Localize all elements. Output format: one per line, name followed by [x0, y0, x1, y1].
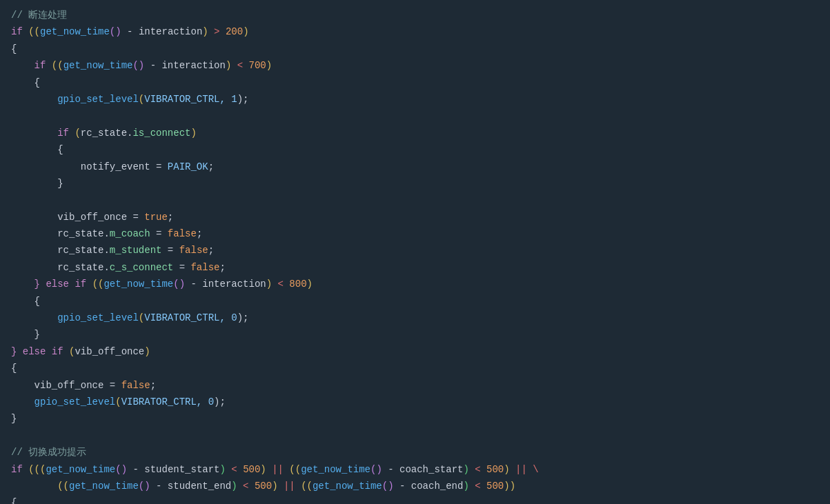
code-token: if: [11, 125, 75, 141]
code-editor: // 断连处理if ((get_now_time() - interaction…: [0, 0, 830, 504]
code-token: =: [161, 243, 179, 258]
code-line: if ((get_now_time() - interaction) > 200…: [0, 23, 830, 40]
code-token: } else if: [11, 276, 92, 292]
code-token: ): [463, 462, 468, 477]
code-token: gpio_set_level: [11, 310, 139, 325]
code-token: 500: [486, 478, 504, 494]
code-token: <: [226, 462, 243, 477]
code-token: PAIR_OK: [168, 159, 208, 174]
code-token: - interaction: [121, 24, 203, 39]
code-token: false: [190, 260, 219, 275]
code-token: // 切换成功提示: [11, 445, 86, 460]
code-line: }: [0, 326, 830, 343]
code-token: <: [469, 478, 486, 494]
code-token: ): [243, 24, 248, 39]
code-token: ): [504, 462, 509, 477]
code-token: - student_end: [150, 478, 232, 494]
code-token: if: [11, 462, 28, 477]
code-token: {: [11, 294, 40, 309]
code-token: - coach_end: [394, 478, 464, 494]
code-token: .: [103, 226, 109, 241]
code-token: vib_off_once: [75, 344, 144, 359]
code-token: 500: [486, 462, 504, 477]
code-token: false: [168, 226, 197, 241]
code-token: get_now_time: [301, 462, 370, 477]
code-token: .: [103, 260, 109, 275]
code-token: // 断连处理: [11, 8, 67, 23]
code-token: ;: [208, 159, 214, 174]
code-line: notify_event = PAIR_OK;: [0, 159, 830, 175]
code-token: ): [220, 462, 226, 477]
code-line: vib_off_once = false;: [0, 377, 830, 394]
code-token: rc_state: [11, 243, 103, 258]
code-token: (: [139, 92, 144, 107]
code-token: VIBRATOR_CTRL, 0: [121, 394, 214, 410]
code-token: }: [11, 411, 17, 426]
code-token: }: [11, 176, 63, 191]
code-line: {: [0, 74, 830, 91]
code-token: (: [75, 125, 80, 141]
code-token: rc_state: [11, 260, 103, 275]
code-token: (): [132, 58, 144, 73]
code-token: gpio_set_level: [11, 92, 139, 107]
code-token: =: [173, 260, 190, 275]
code-token: rc_state: [11, 226, 103, 241]
code-token: - interaction: [144, 58, 226, 73]
code-token: notify_event: [11, 159, 150, 174]
code-token: - coach_start: [382, 462, 464, 477]
code-token: {: [11, 361, 17, 376]
code-token: ((: [28, 24, 40, 39]
code-token: get_now_time: [63, 58, 133, 73]
code-line: ((get_now_time() - student_end) < 500) |…: [0, 478, 830, 494]
code-token: is_connect: [132, 125, 190, 141]
code-token: ): [226, 58, 231, 73]
code-token: (): [110, 24, 121, 39]
code-line: if ((get_now_time() - interaction) < 700…: [0, 57, 830, 74]
code-token: ;: [208, 243, 214, 258]
code-token: ): [463, 478, 468, 494]
code-token: <: [237, 478, 255, 494]
code-token: ||: [266, 462, 290, 477]
code-token: vib_off_once: [11, 378, 103, 393]
code-token: ((: [52, 58, 63, 73]
code-token: {: [11, 495, 17, 504]
code-line: }: [0, 175, 830, 192]
code-token: || \: [510, 462, 539, 477]
code-token: m_student: [110, 243, 162, 258]
code-token: m_coach: [110, 226, 150, 241]
code-line: vib_off_once = true;: [0, 209, 830, 225]
code-token: ((: [11, 478, 69, 494]
code-token: - student_start: [127, 462, 219, 477]
code-token: (): [173, 276, 185, 292]
code-token: get_now_time: [40, 24, 110, 39]
code-token: ;: [150, 378, 156, 393]
code-token: ;: [219, 260, 225, 275]
code-token: ): [260, 462, 266, 477]
code-line: } else if ((get_now_time() - interaction…: [0, 276, 830, 292]
code-token: =: [150, 226, 168, 241]
code-line: rc_state.m_coach = false;: [0, 225, 830, 242]
code-token: (: [115, 394, 121, 410]
code-line: [0, 192, 830, 208]
code-token: <: [469, 462, 486, 477]
code-line: gpio_set_level(VIBRATOR_CTRL, 1);: [0, 91, 830, 108]
code-token: get_now_time: [69, 478, 139, 494]
code-token: );: [214, 394, 226, 410]
code-token: 800: [289, 276, 306, 292]
code-line: // 断连处理: [0, 7, 830, 23]
code-token: if: [11, 58, 52, 73]
code-token: (((: [28, 462, 46, 477]
code-token: (: [69, 344, 75, 359]
code-token: (): [382, 478, 394, 494]
code-token: )): [504, 478, 515, 494]
code-line: {: [0, 141, 830, 158]
code-token: get_now_time: [46, 462, 115, 477]
code-token: false: [179, 243, 208, 258]
code-token: false: [121, 378, 150, 393]
code-token: .: [103, 243, 109, 258]
code-token: ((: [92, 276, 104, 292]
code-token: );: [237, 92, 249, 107]
code-line: rc_state.m_student = false;: [0, 242, 830, 259]
code-token: {: [11, 142, 63, 157]
code-token: ): [144, 344, 150, 359]
